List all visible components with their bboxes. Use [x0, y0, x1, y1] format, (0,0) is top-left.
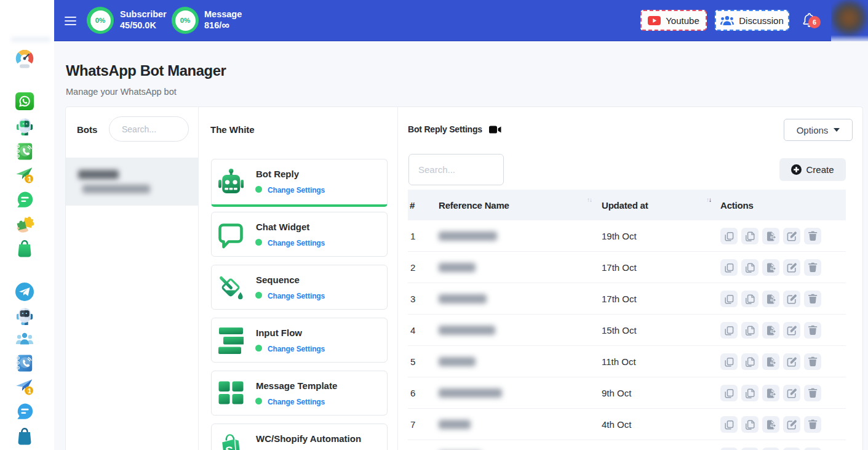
svg-text:S: S [225, 444, 234, 450]
svg-text:1: 1 [28, 388, 31, 395]
svg-text:1: 1 [28, 176, 31, 183]
